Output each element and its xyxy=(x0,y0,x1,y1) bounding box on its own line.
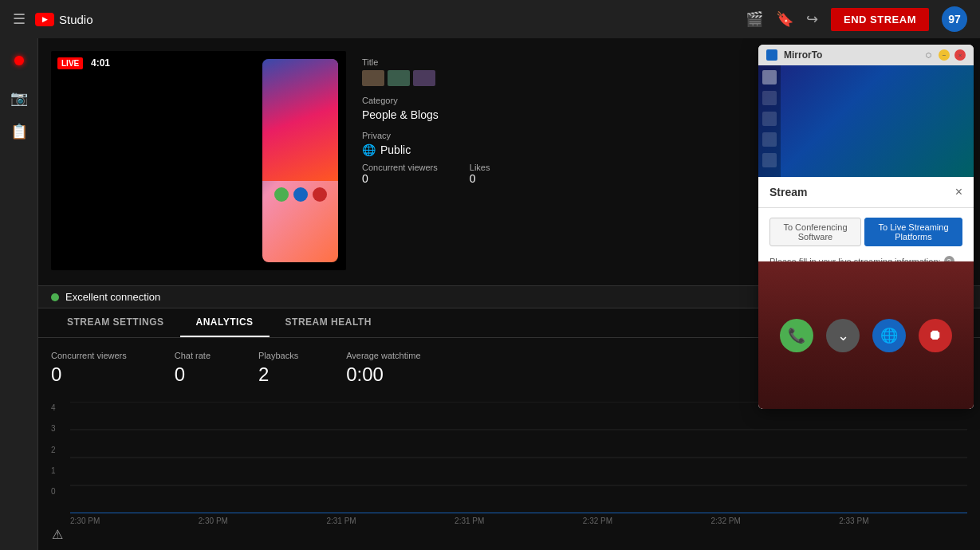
phone-screen-inner xyxy=(262,59,338,181)
mirrorto-panel: MirrorTo ⬡ − × xyxy=(758,45,974,409)
avatar[interactable]: 97 xyxy=(942,6,967,32)
mirrorto-sidebar-icons xyxy=(758,65,781,177)
phone-bottom-icons: 📞 ⌄ 🌐 ⏺ xyxy=(780,319,952,352)
pb-icon-expand[interactable]: ⌄ xyxy=(826,319,860,352)
phone-icon-red xyxy=(313,187,327,202)
sidebar: 📷 📋 xyxy=(0,38,38,550)
metric-concurrent-label: Concurrent viewers xyxy=(51,351,127,360)
stat-concurrent: Concurrent viewers 0 xyxy=(362,163,438,185)
stream-dialog-close[interactable]: × xyxy=(955,185,962,199)
pb-icon-app[interactable]: 🌐 xyxy=(872,319,906,352)
metric-chatrate-label: Chat rate xyxy=(175,351,211,360)
connection-dot xyxy=(51,293,59,301)
chart-y-2: 2 xyxy=(51,446,70,454)
camera-icon[interactable]: 🎬 xyxy=(746,10,763,28)
mirrorto-controls: ⬡ − × xyxy=(923,49,966,61)
bookmark-icon[interactable]: 🔖 xyxy=(776,10,793,28)
chart-y-4: 4 xyxy=(51,403,70,412)
chart-x-labels: 2:30 PM 2:30 PM 2:31 PM 2:31 PM 2:32 PM … xyxy=(51,513,967,525)
chart-y-0: 0 xyxy=(51,487,70,496)
content-area: LIVE 4:01 Title xyxy=(38,38,980,550)
timer-badge: 4:01 xyxy=(91,57,110,69)
phone-screen xyxy=(262,59,338,262)
topnav-icons: 🎬 🔖 ↪ END STREAM 97 xyxy=(746,6,967,32)
mirrorto-side-icon-3[interactable] xyxy=(762,112,777,126)
pb-icon-phone[interactable]: 📞 xyxy=(780,319,813,352)
concurrent-value: 0 xyxy=(362,172,438,185)
phone-icon-blue xyxy=(293,187,308,202)
metric-concurrent: Concurrent viewers 0 xyxy=(51,351,127,386)
chart-x-2: 2:31 PM xyxy=(326,517,356,525)
chart-x-3: 2:31 PM xyxy=(455,517,484,525)
mirrorto-min-btn[interactable]: − xyxy=(939,49,950,61)
chart-x-5: 2:32 PM xyxy=(711,517,741,525)
concurrent-label: Concurrent viewers xyxy=(362,163,438,172)
sidebar-library-icon[interactable]: 📋 xyxy=(10,123,28,140)
live-dot xyxy=(14,56,24,65)
tab-stream-settings[interactable]: STREAM SETTINGS xyxy=(51,308,180,337)
live-badge: LIVE xyxy=(57,57,83,69)
main-layout: 📷 📋 LIVE 4:01 Title xyxy=(0,38,980,550)
phone-preview-bottom: 📞 ⌄ 🌐 ⏺ xyxy=(758,261,974,409)
likes-label: Likes xyxy=(470,163,490,172)
tab-streaming-btn[interactable]: To Live Streaming Platforms xyxy=(864,218,962,246)
chart-x-4: 2:32 PM xyxy=(583,517,612,525)
privacy-value: Public xyxy=(380,143,411,156)
likes-value: 0 xyxy=(470,172,490,185)
topnav: ☰ Studio 🎬 🔖 ↪ END STREAM 97 xyxy=(0,0,980,38)
phone-icons-row xyxy=(262,184,338,205)
hamburger-icon[interactable]: ☰ xyxy=(13,10,26,28)
share-icon[interactable]: ↪ xyxy=(806,10,818,28)
chart-y-3: 3 xyxy=(51,424,70,433)
sidebar-live-indicator xyxy=(6,48,32,73)
mirrorto-side-icon-5[interactable] xyxy=(762,153,777,167)
alert-bar: ⚠ xyxy=(38,518,77,550)
tab-stream-health[interactable]: STREAM HEALTH xyxy=(270,308,388,337)
mirrorto-titlebar: MirrorTo ⬡ − × xyxy=(758,45,974,65)
globe-icon: 🌐 xyxy=(362,143,376,156)
mirrorto-preview xyxy=(758,65,974,177)
youtube-icon xyxy=(35,13,54,26)
logo: Studio xyxy=(35,13,93,26)
metric-watchtime-label: Average watchtime xyxy=(346,351,420,360)
connection-text: Excellent connection xyxy=(65,291,160,303)
thumb-3 xyxy=(413,70,435,86)
tab-analytics[interactable]: ANALYTICS xyxy=(180,308,270,337)
end-stream-button[interactable]: END STREAM xyxy=(831,8,929,31)
mirrorto-ext-btn[interactable]: ⬡ xyxy=(923,49,934,61)
sidebar-camera-icon[interactable]: 📷 xyxy=(10,89,28,107)
app-title: Studio xyxy=(59,13,93,26)
tab-conferencing-btn[interactable]: To Conferencing Software xyxy=(769,218,861,246)
mirrorto-side-icon-1[interactable] xyxy=(762,70,777,84)
stream-dialog-title: Stream xyxy=(769,186,955,198)
mirrorto-title: MirrorTo xyxy=(784,49,916,61)
metric-concurrent-value: 0 xyxy=(51,363,127,386)
chart-x-1: 2:30 PM xyxy=(199,517,228,525)
thumb-2 xyxy=(388,70,410,86)
alert-icon[interactable]: ⚠ xyxy=(52,527,63,542)
metric-playbacks-value: 2 xyxy=(258,363,298,386)
metric-playbacks: Playbacks 2 xyxy=(258,351,298,386)
metric-playbacks-label: Playbacks xyxy=(258,351,298,360)
metric-watchtime-value: 0:00 xyxy=(346,363,420,386)
mirrorto-preview-inner xyxy=(758,65,974,177)
stat-likes: Likes 0 xyxy=(470,163,490,185)
tab-switcher: To Conferencing Software To Live Streami… xyxy=(769,218,962,246)
phone-bottom-inner: 📞 ⌄ 🌐 ⏺ xyxy=(758,261,974,409)
stream-dialog-header: Stream × xyxy=(758,177,974,208)
chart-x-6: 2:33 PM xyxy=(839,517,868,525)
thumb-1 xyxy=(362,70,384,86)
pb-icon-record[interactable]: ⏺ xyxy=(919,319,952,352)
mirrorto-side-icon-4[interactable] xyxy=(762,132,777,147)
video-preview: LIVE 4:01 xyxy=(51,51,346,270)
mirrorto-close-btn[interactable]: × xyxy=(954,49,966,61)
metric-watchtime: Average watchtime 0:00 xyxy=(346,351,420,386)
chart-area: 0 1 2 3 4 xyxy=(51,402,967,529)
mirrorto-side-icon-2[interactable] xyxy=(762,91,777,105)
chart-svg xyxy=(70,402,967,513)
mirrorto-favicon xyxy=(766,49,777,61)
phone-icon-green xyxy=(274,187,289,202)
chart-y-1: 1 xyxy=(51,466,70,475)
metric-chatrate-value: 0 xyxy=(175,363,211,386)
metric-chatrate: Chat rate 0 xyxy=(175,351,211,386)
